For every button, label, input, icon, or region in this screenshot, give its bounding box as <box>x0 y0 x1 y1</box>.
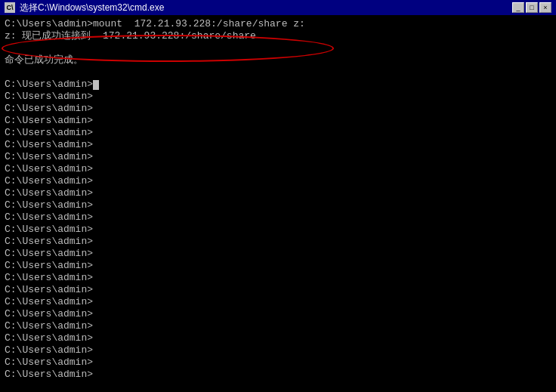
prompt-16: C:\Users\admin> <box>5 260 551 272</box>
prompt-2: C:\Users\admin> <box>5 91 551 103</box>
title-bar: C\ 选择C:\Windows\system32\cmd.exe _ □ × <box>0 0 556 15</box>
prompt-6: C:\Users\admin> <box>5 139 551 151</box>
prompt-15: C:\Users\admin> <box>5 248 551 260</box>
title-buttons: _ □ × <box>512 2 551 13</box>
prompt-10: C:\Users\admin> <box>5 187 551 199</box>
prompt-25: C:\Users\admin> <box>5 369 551 381</box>
prompt-11: C:\Users\admin> <box>5 199 551 211</box>
maximize-button[interactable]: □ <box>526 2 538 13</box>
prompt-7: C:\Users\admin> <box>5 151 551 163</box>
prompt-19: C:\Users\admin> <box>5 296 551 308</box>
prompt-12: C:\Users\admin> <box>5 211 551 224</box>
cmd-icon-text: C\ <box>7 4 14 11</box>
prompt-24: C:\Users\admin> <box>5 357 551 369</box>
blank-line-1 <box>5 42 551 54</box>
prompt-8: C:\Users\admin> <box>5 163 551 175</box>
prompt-3: C:\Users\admin> <box>5 103 551 115</box>
prompt-13: C:\Users\admin> <box>5 224 551 236</box>
chinese-success-line: 命令已成功完成。 <box>5 54 551 66</box>
prompt-23: C:\Users\admin> <box>5 344 551 357</box>
prompt-4: C:\Users\admin> <box>5 115 551 127</box>
prompt-17: C:\Users\admin> <box>5 272 551 284</box>
command-line: C:\Users\admin>mount 172.21.93.228:/shar… <box>5 18 551 30</box>
prompt-5: C:\Users\admin> <box>5 127 551 139</box>
cursor <box>93 80 99 90</box>
success-line: z: 现已成功连接到 172.21.93.228:/share/share <box>5 30 551 42</box>
prompt-1: C:\Users\admin> <box>5 79 551 91</box>
prompt-9: C:\Users\admin> <box>5 175 551 187</box>
prompt-14: C:\Users\admin> <box>5 236 551 248</box>
prompt-22: C:\Users\admin> <box>5 332 551 344</box>
prompt-21: C:\Users\admin> <box>5 320 551 332</box>
close-button[interactable]: × <box>539 2 551 13</box>
title-bar-icon: C\ <box>5 2 15 13</box>
minimize-button[interactable]: _ <box>512 2 524 13</box>
title-text: 选择C:\Windows\system32\cmd.exe <box>20 2 508 14</box>
blank-line-2 <box>5 66 551 79</box>
prompt-20: C:\Users\admin> <box>5 308 551 320</box>
terminal-body: C:\Users\admin>mount 172.21.93.228:/shar… <box>0 15 556 392</box>
prompt-18: C:\Users\admin> <box>5 284 551 296</box>
